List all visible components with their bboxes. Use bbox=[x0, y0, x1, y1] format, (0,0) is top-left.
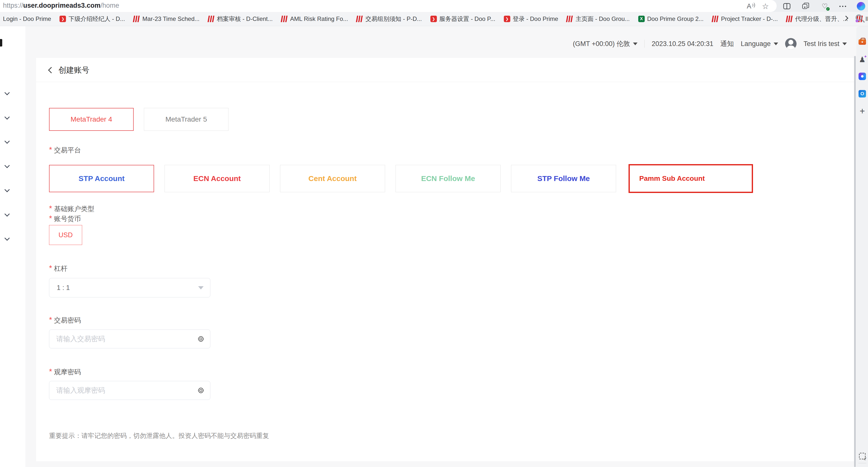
sidebar-chevron-down-icon[interactable] bbox=[5, 237, 9, 241]
sidebar-chevron-down-icon[interactable] bbox=[5, 212, 9, 217]
bookmark-item[interactable]: 主页面 - Doo Grou... bbox=[566, 15, 629, 23]
bookmark-item[interactable]: Doo Prime Group 2... bbox=[638, 15, 704, 22]
microsoft-365-icon[interactable] bbox=[858, 72, 867, 80]
doo-prime-favicon bbox=[785, 16, 793, 22]
view-password-wrap bbox=[49, 381, 210, 400]
split-screen-icon[interactable] bbox=[782, 1, 792, 11]
address-bar[interactable]: https://user.dooprimeads3.com/home A ☆ bbox=[0, 0, 777, 12]
web-app: (GMT +00:00) 伦敦 2023.10.25 04:20:31 通知 L… bbox=[0, 26, 868, 467]
platform-label: *交易平台 bbox=[49, 145, 81, 155]
sidebar-chevron-down-icon[interactable] bbox=[5, 188, 9, 193]
copilot-icon[interactable] bbox=[856, 1, 866, 11]
account-type-ecn-follow-me[interactable]: ECN Follow Me bbox=[396, 165, 501, 192]
bookmark-item[interactable]: Mar-23 Time Sched... bbox=[133, 15, 199, 22]
collections-icon[interactable] bbox=[801, 1, 810, 11]
sidebar-chevron-down-icon[interactable] bbox=[5, 164, 9, 168]
username: Test Iris test bbox=[804, 40, 839, 48]
timezone-selector[interactable]: (GMT +00:00) 伦敦 bbox=[573, 39, 638, 48]
account-type-stp[interactable]: STP Account bbox=[49, 165, 154, 192]
leverage-value: 1 : 1 bbox=[57, 284, 70, 292]
view-password-input[interactable] bbox=[49, 381, 210, 400]
account-type-stp-follow-me[interactable]: STP Follow Me bbox=[511, 165, 616, 192]
doo-prime-favicon bbox=[281, 16, 288, 22]
leverage-select[interactable]: 1 : 1 bbox=[49, 278, 210, 297]
bookmark-item[interactable]: Login - Doo Prime bbox=[3, 15, 51, 22]
read-aloud-icon[interactable]: A bbox=[744, 1, 754, 11]
bookmark-item[interactable]: 服务器设置 - Doo P... bbox=[430, 15, 495, 23]
doo-prime-favicon bbox=[566, 16, 574, 22]
bookmark-item[interactable]: AML Risk Rating Fo... bbox=[281, 15, 348, 22]
page-scrollbar[interactable] bbox=[854, 56, 856, 467]
search-icon[interactable] bbox=[855, 14, 865, 23]
trade-password-input[interactable] bbox=[49, 330, 210, 348]
app-header: (GMT +00:00) 伦敦 2023.10.25 04:20:31 通知 L… bbox=[548, 36, 847, 52]
edge-sidebar: ♟✦ O + bbox=[856, 26, 868, 467]
platform-option-mt4[interactable]: MetaTrader 4 bbox=[49, 108, 134, 131]
sidebar-chevron-down-icon[interactable] bbox=[5, 91, 9, 96]
pdf-favicon bbox=[60, 16, 66, 22]
doo-prime-favicon bbox=[711, 16, 719, 22]
user-menu[interactable]: Test Iris test bbox=[804, 40, 847, 48]
outlook-icon[interactable]: O bbox=[858, 90, 867, 98]
sidebar-chevron-down-icon[interactable] bbox=[5, 115, 9, 120]
doo-prime-favicon bbox=[356, 16, 364, 22]
account-type-ecn[interactable]: ECN Account bbox=[164, 165, 270, 192]
bookmark-item[interactable]: 交易组别须知 - P-D... bbox=[356, 15, 422, 23]
games-icon[interactable]: ♟✦ bbox=[858, 55, 867, 64]
account-type-pamm-sub[interactable]: Pamm Sub Account bbox=[628, 164, 753, 193]
browser-window: https://user.dooprimeads3.com/home A ☆ ♡… bbox=[0, 0, 868, 467]
language-selector[interactable]: Language bbox=[741, 40, 778, 48]
chevron-down-icon bbox=[774, 42, 778, 45]
bookmark-item[interactable]: 档案审核 - D-Client... bbox=[208, 15, 273, 23]
bookmark-item[interactable]: 代理分级、晋升、... bbox=[786, 15, 848, 23]
collapsed-sidebar bbox=[0, 26, 25, 467]
chevron-down-icon bbox=[633, 42, 638, 45]
url-path: /home bbox=[100, 2, 119, 9]
trade-password-label: *交易密码 bbox=[49, 315, 81, 325]
pdf-favicon bbox=[504, 16, 510, 22]
pdf-favicon bbox=[430, 16, 437, 22]
settings-menu-icon[interactable] bbox=[838, 1, 847, 11]
view-password-label: *观摩密码 bbox=[49, 367, 81, 376]
create-account-card: 创建账号 *交易平台 MetaTrader 4 MetaTrader 5 *基础… bbox=[36, 58, 855, 461]
web-capture-icon[interactable] bbox=[858, 452, 867, 460]
add-sidebar-item-icon[interactable]: + bbox=[858, 107, 867, 115]
sidebar-logo-clipped bbox=[0, 39, 2, 46]
address-bar-row: https://user.dooprimeads3.com/home A ☆ ♡… bbox=[0, 0, 868, 12]
notifications-link[interactable]: 通知 bbox=[720, 39, 734, 48]
leverage-label: *杠杆 bbox=[49, 264, 67, 273]
toolbox-icon[interactable] bbox=[858, 38, 867, 46]
user-avatar[interactable] bbox=[785, 38, 797, 49]
account-type-cent[interactable]: Cent Account bbox=[280, 165, 385, 192]
currency-label: *账号货币 bbox=[49, 214, 81, 223]
show-password-eye-icon[interactable] bbox=[197, 335, 205, 343]
sidebar-divider bbox=[858, 463, 866, 463]
password-hint: 重要提示：请牢记您的密码，切勿泄露他人。投资人密码不能与交易密码重复 bbox=[49, 431, 269, 440]
account-type-label: *基础账户类型 bbox=[49, 204, 94, 213]
title-divider bbox=[36, 82, 855, 82]
currency-option-usd[interactable]: USD bbox=[49, 225, 82, 245]
url-text[interactable]: https://user.dooprimeads3.com/home bbox=[3, 2, 119, 9]
show-password-eye-icon[interactable] bbox=[197, 387, 205, 394]
url-scheme: https:// bbox=[3, 2, 23, 9]
back-button[interactable] bbox=[48, 67, 54, 73]
excel-favicon bbox=[638, 16, 645, 22]
select-caret-icon bbox=[198, 286, 204, 290]
platform-option-mt5[interactable]: MetaTrader 5 bbox=[144, 108, 228, 131]
browser-essentials-icon[interactable]: ♡✓ bbox=[820, 1, 829, 11]
page-title: 创建账号 bbox=[59, 65, 89, 75]
trade-password-wrap bbox=[49, 330, 210, 348]
bookmark-item[interactable]: 登录 - Doo Prime bbox=[504, 15, 558, 23]
bookmark-item[interactable]: Project Tracker - D-... bbox=[712, 15, 778, 22]
chevron-down-icon bbox=[842, 42, 847, 45]
doo-prime-favicon bbox=[207, 16, 215, 22]
bookmark-item[interactable]: 下级介绍经纪人 - D... bbox=[60, 15, 125, 23]
sidebar-chevron-down-icon[interactable] bbox=[5, 140, 9, 144]
datetime-display: 2023.10.25 04:20:31 bbox=[652, 40, 713, 48]
favorite-star-icon[interactable]: ☆ bbox=[761, 1, 770, 11]
url-domain: user.dooprimeads3.com bbox=[23, 2, 100, 9]
bookmarks-bar: Login - Doo Prime 下级介绍经纪人 - D... Mar-23 … bbox=[0, 12, 868, 26]
doo-prime-favicon bbox=[133, 16, 141, 22]
